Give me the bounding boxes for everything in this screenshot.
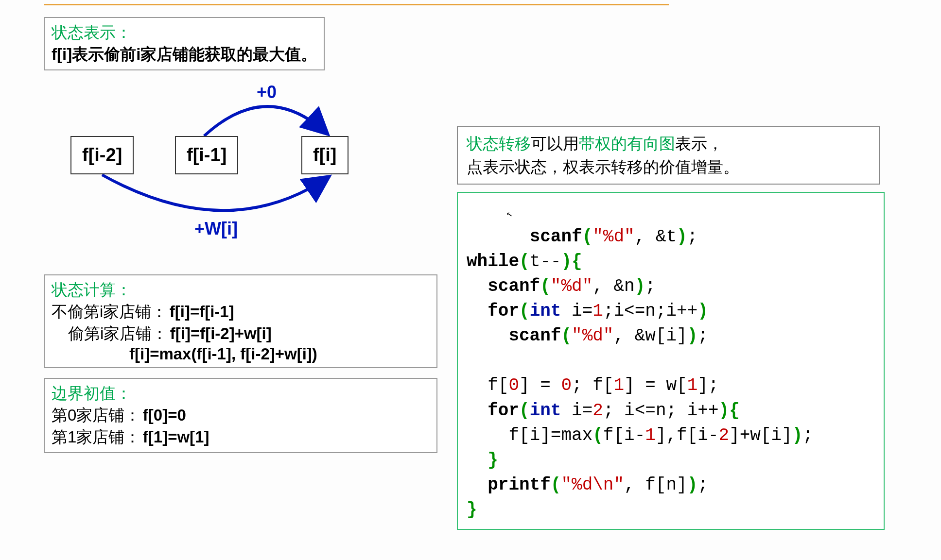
init-l1a: 第0家店铺： [52, 406, 140, 424]
label-plus-wi: +W[i] [194, 219, 238, 239]
calc-l1b: f[i]=f[i-1] [170, 303, 234, 321]
init-l2b: f[1]=w[1] [143, 428, 209, 446]
calc-l1a: 不偷第i家店铺： [52, 303, 167, 321]
state-calc-box: 状态计算： 不偷第i家店铺： f[i]=f[i-1] 偷第i家店铺： f[i]=… [44, 274, 437, 368]
calc-l2a: 偷第i家店铺： [68, 324, 168, 342]
tf-seg2: 可以用 [531, 135, 579, 153]
boundary-init-box: 边界初值： 第0家店铺： f[0]=0 第1家店铺： f[1]=w[1] [44, 378, 437, 453]
tf-seg3: 带权的有向图 [579, 135, 675, 153]
calc-title: 状态计算： [52, 281, 132, 299]
init-title: 边界初值： [52, 384, 132, 402]
init-l1b: f[0]=0 [143, 406, 186, 424]
tf-seg1: 状态转移 [467, 135, 531, 153]
calc-l3: f[i]=max(f[i-1], f[i-2]+w[i]) [129, 345, 317, 363]
node-fi1: f[i-1] [175, 136, 238, 174]
init-l2a: 第1家店铺： [52, 428, 140, 446]
transition-diagram: f[i-2] f[i-1] f[i] +0 +W[i] [44, 85, 437, 270]
state-rep-body: f[i]表示偷前i家店铺能获取的最大值。 [52, 45, 317, 63]
calc-l2b: f[i]=f[i-2]+w[i] [170, 324, 272, 342]
state-transfer-box: 状态转移可以用带权的有向图表示， 点表示状态，权表示转移的价值增量。 [457, 126, 880, 185]
cursor-icon: ↖ [505, 207, 514, 221]
tf-line2: 点表示状态，权表示转移的价值增量。 [467, 158, 739, 176]
state-representation-box: 状态表示： f[i]表示偷前i家店铺能获取的最大值。 [44, 17, 325, 70]
top-divider [44, 4, 669, 5]
state-rep-title: 状态表示： [52, 23, 132, 41]
node-fi2: f[i-2] [70, 136, 134, 174]
tf-seg4: 表示， [675, 135, 723, 153]
node-fi: f[i] [301, 136, 349, 174]
label-plus-zero: +0 [257, 82, 277, 102]
code-block: ↖scanf("%d", &t); while(t--){ scanf("%d"… [457, 192, 885, 530]
